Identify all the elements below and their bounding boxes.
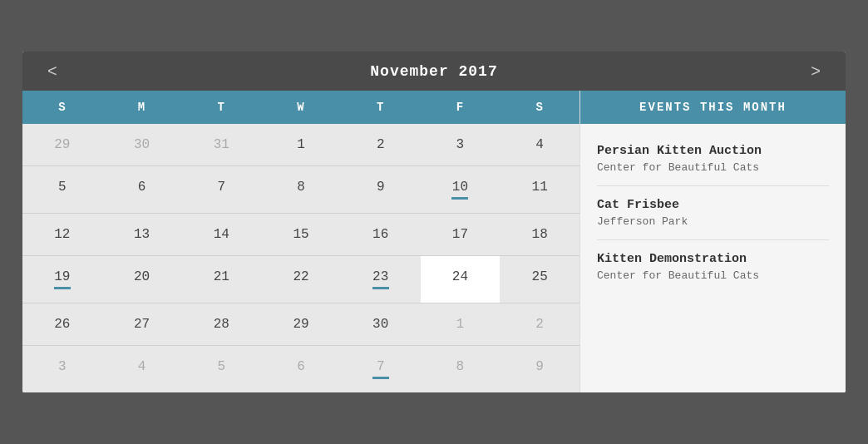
calendar-grid: SMTWTFS 29303112345678910111213141516171… <box>22 91 579 392</box>
event-title: Cat Frisbee <box>597 198 829 212</box>
day-cell[interactable]: 17 <box>421 214 501 255</box>
calendar-header: < November 2017 > <box>22 52 846 91</box>
next-month-button[interactable]: > <box>802 60 829 82</box>
day-cell[interactable]: 3 <box>421 124 501 165</box>
events-panel-header: EVENTS THIS MONTH <box>580 91 846 124</box>
day-cell[interactable]: 5 <box>181 346 261 392</box>
week-row: 262728293012 <box>22 303 579 346</box>
day-cell[interactable]: 28 <box>181 303 261 345</box>
day-cell[interactable]: 9 <box>500 346 579 392</box>
day-cell[interactable]: 19 <box>22 256 102 303</box>
day-cell[interactable]: 1 <box>421 303 501 345</box>
day-cell[interactable]: 24 <box>421 256 501 303</box>
week-row: 3456789 <box>22 346 579 392</box>
calendar-container: < November 2017 > SMTWTFS 29303112345678… <box>22 52 846 392</box>
day-cell[interactable]: 23 <box>341 256 421 303</box>
day-cell[interactable]: 5 <box>22 166 102 213</box>
day-header-t: T <box>181 91 261 124</box>
day-cell[interactable]: 12 <box>22 214 102 255</box>
list-item[interactable]: Kitten DemonstrationCenter for Beautiful… <box>597 240 829 294</box>
day-header-t: T <box>341 91 421 124</box>
day-cell[interactable]: 21 <box>181 256 261 303</box>
day-cell[interactable]: 6 <box>261 346 341 392</box>
day-cell[interactable]: 14 <box>181 214 261 255</box>
day-cell[interactable]: 22 <box>261 256 341 303</box>
event-location: Center for Beautiful Cats <box>597 161 829 174</box>
day-cell[interactable]: 30 <box>341 303 421 345</box>
day-cell[interactable]: 1 <box>261 124 341 165</box>
event-location: Jefferson Park <box>597 215 829 228</box>
weeks: 2930311234567891011121314151617181920212… <box>22 124 579 392</box>
day-cell[interactable]: 2 <box>500 303 579 345</box>
event-title: Persian Kitten Auction <box>597 144 829 158</box>
events-panel: EVENTS THIS MONTH Persian Kitten Auction… <box>579 91 846 392</box>
day-cell[interactable]: 6 <box>102 166 182 213</box>
week-row: 12131415161718 <box>22 214 579 256</box>
day-cell[interactable]: 25 <box>500 256 579 303</box>
month-title: November 2017 <box>370 63 497 80</box>
day-cell[interactable]: 10 <box>421 166 501 213</box>
prev-month-button[interactable]: < <box>39 60 66 82</box>
day-cell[interactable]: 31 <box>181 124 261 165</box>
day-cell[interactable]: 18 <box>500 214 579 255</box>
day-header-m: M <box>102 91 182 124</box>
day-cell[interactable]: 9 <box>341 166 421 213</box>
week-row: 2930311234 <box>22 124 579 166</box>
day-cell[interactable]: 8 <box>421 346 501 392</box>
event-title: Kitten Demonstration <box>597 252 829 266</box>
day-cell[interactable]: 16 <box>341 214 421 255</box>
day-cell[interactable]: 7 <box>181 166 261 213</box>
list-item[interactable]: Persian Kitten AuctionCenter for Beautif… <box>597 132 829 186</box>
day-cell[interactable]: 15 <box>261 214 341 255</box>
calendar-body: SMTWTFS 29303112345678910111213141516171… <box>22 91 846 392</box>
day-cell[interactable]: 3 <box>22 346 102 392</box>
day-cell[interactable]: 29 <box>22 124 102 165</box>
day-header-f: F <box>421 91 501 124</box>
events-list: Persian Kitten AuctionCenter for Beautif… <box>580 124 846 302</box>
day-cell[interactable]: 30 <box>102 124 182 165</box>
day-header-s: S <box>500 91 579 124</box>
day-cell[interactable]: 20 <box>102 256 182 303</box>
day-cell[interactable]: 26 <box>22 303 102 345</box>
week-row: 567891011 <box>22 166 579 214</box>
day-cell[interactable]: 8 <box>261 166 341 213</box>
day-cell[interactable]: 29 <box>261 303 341 345</box>
day-cell[interactable]: 13 <box>102 214 182 255</box>
day-header-s: S <box>22 91 102 124</box>
list-item[interactable]: Cat FrisbeeJefferson Park <box>597 186 829 240</box>
day-cell[interactable]: 27 <box>102 303 182 345</box>
day-cell[interactable]: 4 <box>102 346 182 392</box>
day-cell[interactable]: 4 <box>500 124 579 165</box>
event-location: Center for Beautiful Cats <box>597 269 829 282</box>
day-header-w: W <box>261 91 341 124</box>
day-cell[interactable]: 7 <box>341 346 421 392</box>
day-headers: SMTWTFS <box>22 91 579 124</box>
day-cell[interactable]: 11 <box>500 166 579 213</box>
week-row: 19202122232425 <box>22 256 579 303</box>
day-cell[interactable]: 2 <box>341 124 421 165</box>
